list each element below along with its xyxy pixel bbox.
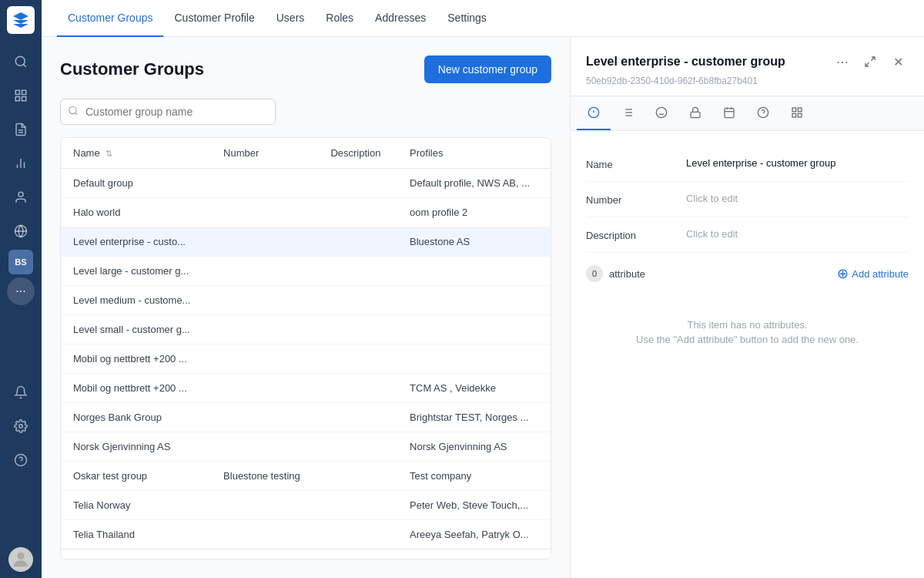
cell-number [211,374,318,403]
cell-name: Mobil og nettbrett +200 ... [61,344,211,374]
cell-profiles: Default profile, NWS AB, ... [397,169,551,198]
cell-name: Norges Bank Group [61,403,211,432]
attribute-count-badge: 0 [586,265,603,282]
svg-rect-39 [792,108,796,112]
table-row[interactable]: Oskar test groupBluestone testingTest co… [61,462,551,491]
svg-rect-32 [691,112,700,117]
sidebar-icon-search[interactable] [5,46,36,77]
svg-line-18 [871,57,875,61]
column-header-name[interactable]: Name ⇅ [61,138,211,169]
field-number-value[interactable]: Click to edit [686,193,909,204]
table-row[interactable]: Level medium - custome... [61,286,551,315]
nav-item-roles[interactable]: Roles [315,0,364,37]
cell-number [211,344,318,374]
table-row[interactable]: Telia ThailandAreeya Seefah, Patryk O... [61,520,551,549]
table-row[interactable]: Level enterprise - custo...Bluestone AS [61,227,551,257]
panel-tab-grid[interactable] [780,96,814,130]
table-row[interactable]: Level small - customer g... [61,315,551,344]
table-row[interactable]: Halo worldoom profile 2 [61,198,551,227]
new-customer-group-button[interactable]: New customer group [424,55,551,83]
table-row[interactable]: Norges Bank GroupBrightstar TEST, Norges… [61,403,551,432]
table-row[interactable]: Norsk Gjenvinning ASNorsk Gjenvinning AS [61,432,551,462]
search-input[interactable] [60,99,276,125]
panel-tab-calendar[interactable] [712,96,746,130]
nav-item-addresses[interactable]: Addresses [364,0,437,37]
cell-name: Level large - customer g... [61,257,211,286]
sidebar-icon-dashboard[interactable] [5,80,36,111]
panel-actions: ⋯ ✕ [832,51,909,72]
sidebar-more-button[interactable]: ··· [7,277,35,305]
panel-tab-info[interactable] [577,96,611,130]
sidebar-icon-help[interactable] [5,445,36,476]
panel-tab-lock[interactable] [678,96,712,130]
cell-number [211,491,318,520]
cell-profiles [397,257,551,286]
sidebar-badge-bs[interactable]: BS [8,250,33,274]
table-row[interactable]: Default groupDefault profile, NWS AB, ..… [61,169,551,198]
nav-item-users[interactable]: Users [266,0,316,37]
nav-item-settings[interactable]: Settings [437,0,497,37]
page-title: Customer Groups [60,59,204,79]
cell-number [211,432,318,462]
field-number-row: Number Click to edit [586,182,909,217]
svg-rect-1 [15,90,19,94]
cell-description [318,344,397,374]
cell-number [211,286,318,315]
nav-item-customer-profile[interactable]: Customer Profile [163,0,265,37]
svg-rect-4 [22,97,26,101]
cell-number: Bluestone testing [211,462,318,491]
field-description-label: Description [586,228,686,241]
cell-description [318,403,397,432]
top-navigation: Customer Groups Customer Profile Users R… [42,0,924,37]
panel-expand-button[interactable] [859,51,881,72]
panel-more-button[interactable]: ⋯ [832,51,853,72]
table-row[interactable]: Mobil og nettbrett +200 ... [61,344,551,374]
panel-header: Level enterprise - customer group ⋯ ✕ 50… [571,37,924,96]
svg-rect-41 [792,113,796,117]
table-row[interactable]: Mobil og nettbrett +200 ...TCM AS , Veid… [61,374,551,403]
sidebar-icon-bell[interactable] [5,377,36,408]
column-header-profiles: Profiles [397,138,551,169]
nav-item-customer-groups[interactable]: Customer Groups [57,0,163,37]
sidebar-icon-users[interactable] [5,182,36,213]
cell-number [211,169,318,198]
cell-profiles [397,344,551,374]
svg-point-29 [656,107,666,117]
field-name-label: Name [586,157,686,170]
cell-name: Mobil og nettbrett +200 ... [61,374,211,403]
empty-state: This item has no attributes. Use the "Ad… [586,288,909,379]
sidebar-icon-analytics[interactable] [5,148,36,179]
cell-name: Level small - customer g... [61,315,211,344]
app-logo[interactable] [7,6,35,34]
field-name-row: Name Level enterprise - customer group [586,146,909,182]
cell-number [211,227,318,257]
empty-state-line1: This item has no attributes. [601,319,893,331]
add-attribute-button[interactable]: ⊕ Add attribute [837,265,909,282]
search-box [60,99,551,125]
cell-description [318,315,397,344]
cell-profiles: Areeya Seefah, Patryk O... [397,520,551,549]
user-avatar[interactable] [8,547,33,572]
cell-name: Halo world [61,198,211,227]
panel-tab-emoji[interactable] [644,96,678,130]
table-row[interactable]: Level large - customer g... [61,257,551,286]
cell-number [211,257,318,286]
cell-description [318,462,397,491]
sidebar-icon-orders[interactable] [5,114,36,145]
cell-name: Telia Norway [61,491,211,520]
panel-close-button[interactable]: ✕ [887,51,909,72]
sidebar-icon-settings[interactable] [5,411,36,442]
table-row[interactable]: Telia NorwayPeter Web, Steve Touch,... [61,491,551,520]
cell-number [211,315,318,344]
cell-description [318,491,397,520]
panel-tab-list[interactable] [611,96,644,130]
add-icon: ⊕ [837,265,849,282]
pagination-current-page[interactable]: 1 [484,559,505,560]
cell-profiles: TCM AS , Veidekke [397,374,551,403]
cell-name: Telia Thailand [61,520,211,549]
field-description-value[interactable]: Click to edit [686,228,909,240]
field-description-row: Description Click to edit [586,217,909,253]
sidebar-icon-globe[interactable] [5,216,36,247]
panel-tab-help[interactable] [746,96,780,130]
content-area: Customer Groups New customer group Name … [42,37,924,578]
